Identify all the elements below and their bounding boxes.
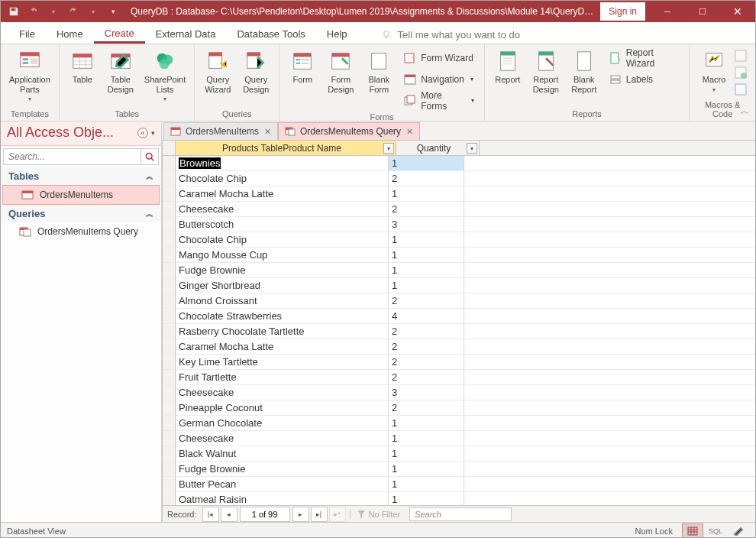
- table-row[interactable]: Fudge Brownie1: [163, 462, 755, 477]
- blank-form-button[interactable]: Blank Form: [360, 46, 397, 97]
- datasheet-view-button[interactable]: [682, 523, 703, 538]
- table-row[interactable]: Cheesecake3: [163, 385, 755, 400]
- cell-quantity[interactable]: 1: [389, 278, 464, 293]
- table-design-button[interactable]: Table Design: [102, 46, 139, 97]
- cell-product-name[interactable]: Brownies: [176, 156, 389, 171]
- tab-help[interactable]: Help: [316, 24, 358, 44]
- caret-down-icon[interactable]: ▾: [85, 3, 102, 20]
- cell-product-name[interactable]: Fudge Brownie: [176, 263, 389, 278]
- cell-product-name[interactable]: Almond Croissant: [176, 293, 389, 309]
- row-selector[interactable]: [163, 385, 176, 400]
- cell-product-name[interactable]: Caramel Mocha Latte: [176, 186, 389, 202]
- row-selector[interactable]: [163, 400, 176, 416]
- next-record-button[interactable]: ▸: [292, 507, 309, 522]
- new-record-button[interactable]: ▸*: [329, 507, 346, 522]
- table-row[interactable]: Brownies1: [163, 156, 755, 171]
- cell-quantity[interactable]: 4: [389, 309, 464, 324]
- grid-body[interactable]: Brownies1Chocolate Chip2Caramel Mocha La…: [163, 156, 755, 505]
- first-record-button[interactable]: |◂: [202, 507, 219, 522]
- cell-quantity[interactable]: 2: [389, 355, 464, 370]
- cell-product-name[interactable]: Chocolate Chip: [176, 232, 389, 248]
- row-selector[interactable]: [163, 370, 176, 385]
- cell-product-name[interactable]: Black Walnut: [176, 446, 389, 462]
- cell-product-name[interactable]: Oatmeal Raisin: [176, 492, 389, 505]
- maximize-button[interactable]: ☐: [685, 1, 720, 22]
- form-design-button[interactable]: Form Design: [322, 46, 359, 97]
- tab-create[interactable]: Create: [94, 23, 145, 44]
- visual-basic-icon[interactable]: [734, 83, 749, 98]
- table-row[interactable]: German Chocolate1: [163, 416, 755, 431]
- cell-quantity[interactable]: 2: [389, 400, 464, 416]
- nav-collapse-icon[interactable]: «: [137, 128, 148, 138]
- sharepoint-lists-button[interactable]: SharePoint Lists ▾: [141, 46, 189, 105]
- table-row[interactable]: Caramel Mocha Latte2: [163, 339, 755, 355]
- module-icon[interactable]: [734, 49, 749, 64]
- column-header-product-name[interactable]: Products TableProduct Name▾: [176, 141, 396, 156]
- labels-button[interactable]: Labels: [604, 69, 685, 89]
- cell-quantity[interactable]: 1: [389, 431, 464, 446]
- cell-product-name[interactable]: Pineapple Coconut: [176, 400, 389, 416]
- signin-button[interactable]: Sign in: [600, 2, 645, 21]
- cell-quantity[interactable]: 3: [389, 385, 464, 400]
- report-design-button[interactable]: Report Design: [528, 46, 564, 97]
- cell-product-name[interactable]: Ginger Shortbread: [176, 278, 389, 293]
- table-row[interactable]: Cheesecake1: [163, 431, 755, 446]
- cell-product-name[interactable]: Butter Pecan: [176, 477, 389, 492]
- cell-product-name[interactable]: Cheesecake: [176, 431, 389, 446]
- cell-quantity[interactable]: 2: [389, 293, 464, 309]
- row-selector[interactable]: [163, 217, 176, 232]
- tab-home[interactable]: Home: [46, 24, 94, 44]
- more-forms-button[interactable]: More Forms▾: [399, 90, 479, 111]
- form-button[interactable]: Form: [284, 46, 321, 88]
- row-selector[interactable]: [163, 171, 176, 186]
- row-selector[interactable]: [163, 492, 176, 505]
- prev-record-button[interactable]: ◂: [221, 507, 237, 522]
- cell-product-name[interactable]: Mango Mousse Cup: [176, 248, 389, 263]
- redo-icon[interactable]: [65, 3, 82, 20]
- row-selector[interactable]: [163, 355, 176, 370]
- cell-product-name[interactable]: Rasberry Chocolate Tartlette: [176, 324, 389, 339]
- table-row[interactable]: Butterscotch3: [163, 217, 755, 232]
- cell-product-name[interactable]: Cheesecake: [176, 385, 389, 400]
- cell-product-name[interactable]: Chocolate Strawberries: [176, 309, 389, 324]
- chevron-down-icon[interactable]: ▾: [151, 129, 155, 137]
- report-wizard-button[interactable]: Report Wizard: [604, 47, 685, 68]
- row-selector[interactable]: [163, 339, 176, 355]
- table-row[interactable]: Chocolate Chip2: [163, 171, 755, 186]
- nav-item-ordersmenuitems[interactable]: OrdersMenuItems: [2, 185, 160, 205]
- cell-quantity[interactable]: 1: [389, 477, 464, 492]
- row-selector[interactable]: [163, 309, 176, 324]
- nav-search-button[interactable]: [141, 149, 158, 164]
- macro-button[interactable]: Macro ▾: [696, 46, 732, 96]
- column-header-quantity[interactable]: Quantity▾: [396, 141, 480, 156]
- row-selector[interactable]: [163, 462, 176, 477]
- design-view-button[interactable]: [728, 523, 749, 538]
- cell-quantity[interactable]: 1: [389, 462, 464, 477]
- row-selector[interactable]: [163, 263, 176, 278]
- table-button[interactable]: Table: [64, 46, 101, 88]
- cell-quantity[interactable]: 1: [389, 248, 464, 263]
- navigation-button[interactable]: Navigation▾: [399, 69, 479, 89]
- table-row[interactable]: Ginger Shortbread1: [163, 278, 755, 293]
- last-record-button[interactable]: ▸|: [311, 507, 328, 522]
- table-row[interactable]: Oatmeal Raisin1: [163, 492, 755, 505]
- tell-me-box[interactable]: Tell me what you want to do: [358, 29, 528, 44]
- table-row[interactable]: Pineapple Coconut2: [163, 400, 755, 416]
- report-button[interactable]: Report: [489, 46, 526, 88]
- close-tab-icon[interactable]: ✕: [263, 128, 271, 135]
- caret-down-icon[interactable]: ▾: [45, 3, 62, 20]
- blank-report-button[interactable]: Blank Report: [566, 46, 603, 97]
- row-selector[interactable]: [163, 446, 176, 462]
- row-selector[interactable]: [163, 232, 176, 248]
- nav-section-tables[interactable]: Tables︽: [1, 167, 161, 185]
- row-selector[interactable]: [163, 431, 176, 446]
- table-row[interactable]: Fruit Tartlette2: [163, 370, 755, 385]
- tab-external-data[interactable]: External Data: [145, 24, 227, 44]
- row-selector[interactable]: [163, 248, 176, 263]
- nav-pane-header[interactable]: All Access Obje... «▾: [1, 122, 161, 146]
- table-row[interactable]: Chocolate Chip1: [163, 232, 755, 248]
- cell-product-name[interactable]: Cheesecake: [176, 202, 389, 217]
- nav-search-input[interactable]: [4, 149, 141, 164]
- cell-product-name[interactable]: Butterscotch: [176, 217, 389, 232]
- row-selector[interactable]: [163, 202, 176, 217]
